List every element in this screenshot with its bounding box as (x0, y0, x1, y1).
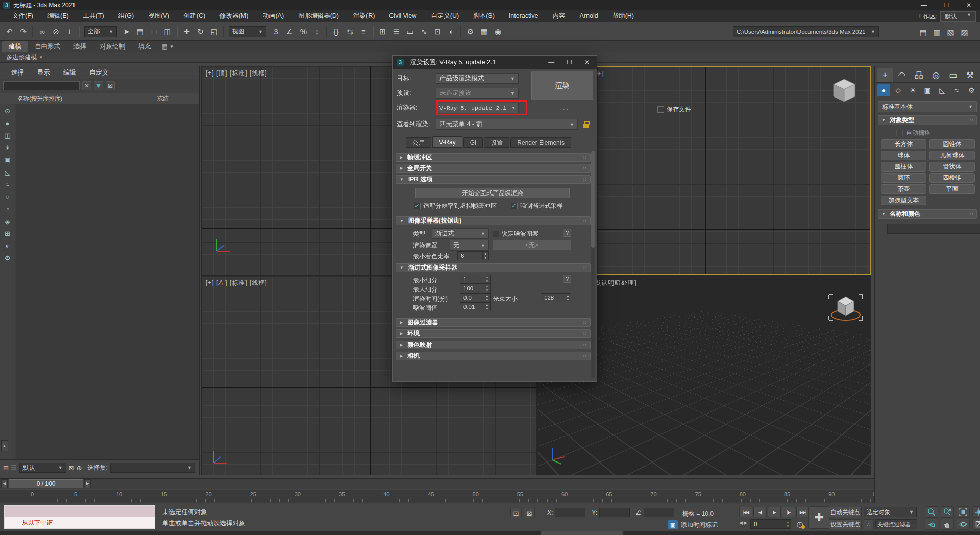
ribbon-tab[interactable]: 对象绘制 (93, 41, 132, 52)
explorer-menu-item[interactable]: 选择 (5, 68, 30, 77)
name-column-header[interactable]: 名称(按升序排序) (0, 95, 153, 103)
workspace-a-icon[interactable]: ▧ (944, 26, 957, 39)
target-dropdown[interactable]: 产品级渲染模式▼ (436, 73, 519, 84)
spinner-down-icon[interactable]: ▼ (486, 288, 489, 293)
x-coordinate-field[interactable] (555, 508, 585, 517)
minimize-button[interactable]: — (913, 0, 935, 10)
filter-geometry-icon[interactable]: ● (3, 118, 13, 128)
menu-item[interactable]: 帮助(H) (605, 10, 641, 22)
primitive-category-dropdown[interactable]: 标准基本体 ▼ (878, 101, 977, 112)
menu-item[interactable]: Interactive (502, 10, 546, 22)
menu-item[interactable]: Civil View (382, 10, 424, 22)
dialog-title-bar[interactable]: 3 渲染设置: V-Ray 5, update 2.1 — ☐ ✕ (393, 56, 597, 69)
spinner-up-icon[interactable]: ▲ (486, 275, 489, 279)
ribbon-tab[interactable]: 选择 (67, 41, 93, 52)
select-and-move-icon[interactable]: ✚ (180, 25, 193, 38)
display-tab-icon[interactable]: ▭ (945, 68, 961, 82)
primitive-button[interactable]: 茶壶 (881, 184, 926, 194)
menu-item[interactable]: 渲染(R) (346, 10, 382, 22)
render-production-icon[interactable]: ◉ (492, 25, 504, 38)
spinner-up-icon[interactable]: ▲ (486, 303, 489, 307)
time-configuration-icon[interactable]: ◷ (794, 519, 805, 529)
spinner-down-icon[interactable]: ▼ (567, 298, 570, 302)
ribbon-tab[interactable]: 填充 (132, 41, 158, 52)
spinner-up-icon[interactable]: ▲ (567, 294, 570, 298)
view-to-render-dropdown[interactable]: 四元菜单 4 - 前▼ (436, 119, 578, 130)
primitive-button[interactable]: 四棱锥 (929, 173, 975, 183)
menu-item[interactable]: 工具(T) (76, 10, 111, 22)
filter-materials-icon[interactable]: ◐ (3, 241, 13, 251)
color-mapping-rollout[interactable]: ▶颜色映射∷ (396, 341, 591, 349)
sep[interactable] (223, 26, 224, 37)
object-name-field[interactable] (887, 224, 980, 234)
go-to-start-button[interactable]: |◀◀ (739, 507, 752, 517)
go-to-end-button[interactable]: ▶▶| (796, 507, 810, 517)
select-and-rotate-icon[interactable]: ↻ (194, 25, 207, 38)
key-step-arrows-icon[interactable]: ◀▶ (739, 520, 748, 525)
project-path-dropdown[interactable]: C:\Users\Administrator\Documents\3ds Max… (733, 26, 879, 37)
next-frame-button[interactable]: |▶ (782, 507, 795, 517)
ribbon-panel-label[interactable]: 多边形建模 (6, 53, 37, 62)
filter-spacewarps-icon[interactable]: ≈ (3, 180, 13, 189)
noise-threshold-spinner[interactable]: 0.01▲▼ (460, 302, 491, 311)
modify-tab-icon[interactable]: ◠ (894, 68, 910, 82)
sep[interactable] (177, 26, 178, 37)
save-file-checkbox[interactable] (657, 106, 664, 113)
reference-coordinate-dropdown[interactable]: 视图▼ (229, 26, 266, 37)
image-sampler-rollout[interactable]: ▼图像采样器(抗锯齿)∷ (396, 216, 591, 225)
panel-collapse-button[interactable]: ▸ (1, 440, 8, 451)
zoom-all-icon[interactable] (941, 506, 954, 518)
filter-cameras-icon[interactable]: ▣ (3, 155, 13, 165)
zoom-extents-icon[interactable] (957, 506, 970, 518)
primitive-button[interactable]: 长方体 (881, 139, 926, 149)
dialog-scrollbar[interactable] (591, 151, 595, 378)
space-warps-category-icon[interactable]: ≈ (950, 84, 964, 96)
asset-library-icon[interactable]: ▥ (930, 26, 943, 39)
dialog-tab[interactable]: Render Elements (510, 137, 571, 148)
menu-item[interactable]: 编辑(E) (40, 10, 76, 22)
ribbon-tab[interactable]: 自由形式 (28, 41, 67, 52)
undo-icon[interactable]: ↶ (3, 25, 16, 38)
mini-listener-macro-row[interactable] (5, 506, 155, 517)
menu-item[interactable]: 视图(V) (141, 10, 177, 22)
percent-snap-icon[interactable]: % (297, 25, 310, 38)
menu-item[interactable]: 文件(F) (5, 10, 40, 22)
angle-snap-icon[interactable]: ∠ (283, 25, 296, 38)
window-crossing-icon[interactable]: ◫ (161, 25, 174, 38)
zoom-extents-all-icon[interactable] (972, 506, 980, 518)
isolate-selection-icon[interactable]: ⊡ (510, 508, 522, 518)
snaps-toggle-icon[interactable]: 3 (270, 25, 282, 38)
render-mask-dropdown[interactable]: 无▼ (450, 240, 489, 251)
utilities-tab-icon[interactable]: ⚒ (962, 68, 978, 82)
filter-containers-icon[interactable]: ⊞ (3, 229, 13, 238)
lights-category-icon[interactable]: ☀ (906, 84, 919, 96)
maximize-button[interactable]: ☐ (935, 0, 958, 10)
spinner-snap-icon[interactable]: ↕ (311, 25, 324, 38)
key-filters-button[interactable]: 关键点过滤器... (875, 519, 917, 529)
dialog-tab[interactable]: 设置 (484, 137, 509, 148)
sep[interactable] (326, 26, 327, 37)
time-slider-forward-button[interactable]: ▶ (84, 479, 91, 488)
filter-shapes-icon[interactable]: ◫ (3, 131, 13, 140)
preset-dropdown[interactable]: 未选定预设▼ (436, 88, 519, 99)
sep[interactable] (460, 26, 461, 37)
track-bar[interactable]: 0510152025303540455055606570758085909510… (0, 490, 953, 503)
sep[interactable] (79, 26, 80, 37)
rendered-frame-window-icon[interactable]: ▦ (478, 25, 491, 38)
primitive-button[interactable]: 圆环 (881, 173, 926, 183)
workspace-b-icon[interactable]: ▨ (958, 26, 971, 39)
min-subdivs-spinner[interactable]: 1▲▼ (460, 275, 491, 284)
min-shading-rate-spinner[interactable]: 6▲▼ (457, 251, 489, 260)
motion-tab-icon[interactable]: ◎ (928, 68, 944, 82)
align-icon[interactable]: ≡ (357, 25, 370, 38)
select-object-icon[interactable]: ➤ (120, 25, 133, 38)
ipr-options-rollout[interactable]: ▼IPR 选项∷ (396, 175, 591, 184)
spinner-down-icon[interactable]: ▼ (484, 256, 487, 260)
menu-item[interactable]: 脚本(S) (466, 10, 502, 22)
selection-region-icon[interactable]: □ (148, 25, 160, 38)
ribbon-toggle-icon[interactable]: ▭ (404, 25, 416, 38)
view-cube[interactable] (829, 76, 859, 106)
explorer-menu-item[interactable]: 编辑 (57, 68, 82, 77)
filter-bones-icon[interactable]: ◈ (3, 216, 13, 226)
primitive-button[interactable]: 几何球体 (929, 151, 975, 160)
